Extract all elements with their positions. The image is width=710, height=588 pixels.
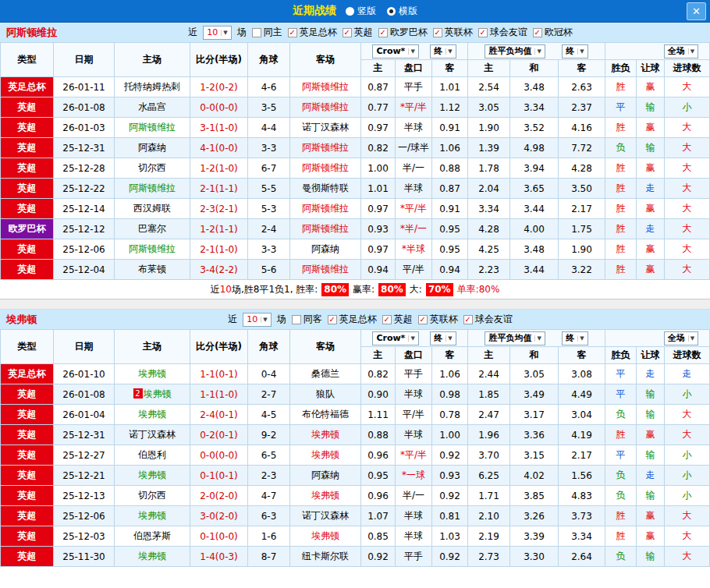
away-team[interactable]: 阿森纳 [290,239,361,260]
competition-checkbox[interactable]: ✓欧罗巴杯 [378,26,428,39]
home-team[interactable]: 巴塞尔 [115,219,190,239]
checkbox-icon: ✓ [478,28,488,37]
avg-draw: 3.05 [510,364,559,384]
scope-select[interactable]: 全场▼ [664,44,698,58]
odds-handicap: 半/一 [396,158,432,179]
competition-checkbox[interactable]: ✓英超 [343,26,373,39]
competition-badge: 英超 [1,506,54,526]
away-team[interactable]: 狼队 [290,384,361,405]
profit-rate-badge: 80% [378,283,406,296]
corner-score: 5-3 [248,199,290,219]
away-team[interactable]: 纽卡斯尔联 [290,547,361,567]
home-team[interactable]: 埃弗顿 [115,506,190,526]
away-team[interactable]: 阿斯顿维拉 [290,158,361,179]
avg-draw: 3.34 [510,97,559,118]
competition-checkbox[interactable]: ✓球会友谊 [463,313,513,326]
competition-badge: 英足总杯 [1,77,54,97]
layout-radio-1[interactable]: 横版 [387,5,417,18]
home-team[interactable]: 埃弗顿 [115,405,190,425]
match-score: 2-1(1-1) [190,179,248,199]
odds-final-select[interactable]: 终▼ [430,331,456,345]
away-team[interactable]: 诺丁汉森林 [290,118,361,138]
odds-away: 0.94 [432,260,468,280]
avg-home: 4.25 [468,239,510,260]
away-team[interactable]: 阿森纳 [290,466,361,486]
match-score: 2-1(1-0) [190,239,248,260]
home-team[interactable]: 阿斯顿维拉 [115,118,190,138]
odds-handicap: *一球 [396,466,432,486]
avg-odds-select[interactable]: 胜平负均值▼ [485,44,545,58]
away-team[interactable]: 布伦特福德 [290,405,361,425]
match-date: 25-12-03 [54,526,115,547]
away-team[interactable]: 阿斯顿维拉 [290,219,361,239]
away-team[interactable]: 阿斯顿维拉 [290,77,361,97]
avg-final-select[interactable]: 终▼ [562,44,588,58]
home-team[interactable]: 布莱顿 [115,260,190,280]
odds-final-select[interactable]: 终▼ [430,44,456,58]
away-team[interactable]: 阿斯顿维拉 [290,97,361,118]
home-team[interactable]: 阿斯顿维拉 [115,179,190,199]
home-team[interactable]: 诺丁汉森林 [115,425,190,445]
away-team[interactable]: 诺丁汉森林 [290,506,361,526]
home-team[interactable]: 切尔西 [115,158,190,179]
home-team[interactable]: 阿斯顿维拉 [115,239,190,260]
home-team[interactable]: 托特纳姆热刺 [115,77,190,97]
handicap-flag: 输 [637,405,665,425]
away-team[interactable]: 阿斯顿维拉 [290,260,361,280]
odds-source-select[interactable]: Crow*▼ [372,331,418,345]
layout-radio-0[interactable]: 竖版 [346,5,376,18]
home-team[interactable]: 2埃弗顿 [115,384,190,405]
subcol-7: 让球 [637,347,665,364]
away-team[interactable]: 埃弗顿 [290,486,361,506]
competition-checkbox[interactable]: ✓欧冠杯 [533,26,573,39]
goals-flag: 小 [665,486,710,506]
avg-final-select[interactable]: 终▼ [562,331,588,345]
match-count-select[interactable]: 10 ▼ [243,313,271,327]
home-team[interactable]: 西汉姆联 [115,199,190,219]
goals-flag: 大 [665,547,710,567]
subcol-0: 主 [361,60,396,77]
away-team[interactable]: 桑德兰 [290,364,361,384]
competition-badge: 英超 [1,118,54,138]
red-card-badge: 2 [133,388,143,398]
match-date: 25-12-21 [54,466,115,486]
competition-checkbox[interactable]: ✓英足总杯 [328,313,377,326]
away-team[interactable]: 阿斯顿维拉 [290,138,361,158]
odds-source-select[interactable]: Crow*▼ [372,44,418,58]
avg-odds-select[interactable]: 胜平负均值▼ [485,331,545,345]
competition-checkbox[interactable]: ✓球会友谊 [478,26,527,39]
odds-header-group: Crow*▼终▼ [361,330,468,347]
competition-checkbox[interactable]: ✓英足总杯 [288,26,337,39]
home-team[interactable]: 水晶宫 [115,97,190,118]
home-team[interactable]: 切尔西 [115,486,190,506]
scope-select[interactable]: 全场▼ [664,331,698,345]
goals-flag: 大 [665,118,710,138]
away-team[interactable]: 阿斯顿维拉 [290,199,361,219]
away-team[interactable]: 曼彻斯特联 [290,179,361,199]
home-team[interactable]: 埃弗顿 [115,364,190,384]
competition-checkbox[interactable]: ✓英超 [382,313,413,326]
match-count-select[interactable]: 10 ▼ [203,26,231,40]
away-team[interactable]: 埃弗顿 [290,526,361,547]
result-flag: 胜 [605,77,637,97]
same-venue-checkbox[interactable]: 同客 [292,313,322,326]
odds-home: 0.95 [361,466,396,486]
home-team[interactable]: 埃弗顿 [115,547,190,567]
home-team[interactable]: 伯恩茅斯 [115,526,190,547]
chevron-down-icon: ▼ [446,335,453,342]
away-team[interactable]: 埃弗顿 [290,445,361,466]
home-team[interactable]: 阿森纳 [115,138,190,158]
competition-checkbox[interactable]: ✓英联杯 [433,26,473,39]
subcol-4: 和 [510,60,559,77]
away-team[interactable]: 埃弗顿 [290,425,361,445]
close-button[interactable]: ✕ [687,2,706,20]
home-team[interactable]: 埃弗顿 [115,466,190,486]
home-team[interactable]: 伯恩利 [115,445,190,466]
competition-checkbox[interactable]: ✓英联杯 [418,313,458,326]
result-flag: 负 [605,547,637,567]
result-flag: 胜 [605,425,637,445]
competition-badge: 英超 [1,547,54,567]
odds-away: 1.03 [432,526,468,547]
same-venue-checkbox[interactable]: 同主 [252,26,282,39]
checkbox-label: 英超 [394,313,413,326]
